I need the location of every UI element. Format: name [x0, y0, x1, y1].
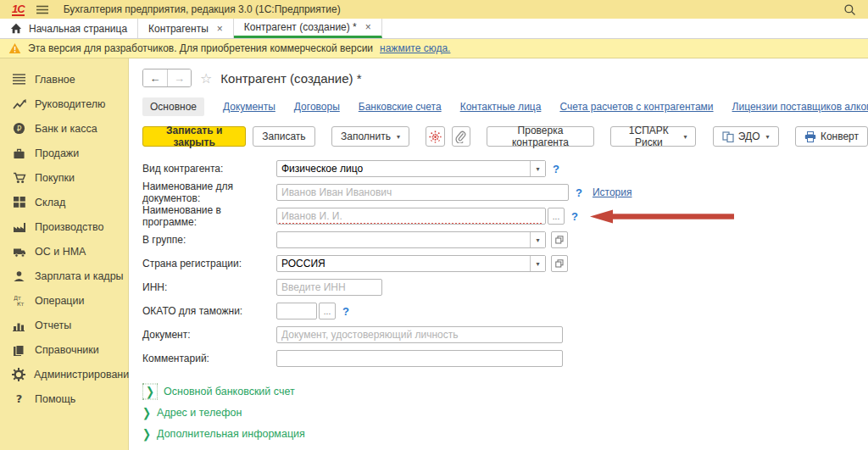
field-label: Наименование в программе:	[142, 204, 276, 228]
trend-chart-icon	[12, 97, 26, 111]
chevron-down-icon[interactable]: ▾	[530, 232, 545, 247]
nav-osnovnoe[interactable]: Основное	[142, 97, 204, 116]
nav-kontaktnye-lica[interactable]: Контактные лица	[460, 101, 542, 113]
help-icon[interactable]: ?	[553, 163, 559, 175]
open-windows-icon	[555, 259, 564, 268]
chevron-down-icon: ▾	[397, 133, 400, 141]
sidebar-item-pomosch[interactable]: ? Помощь	[0, 386, 128, 411]
tab-label: Контрагенты	[148, 23, 209, 35]
sidebar-item-bank-i-kassa[interactable]: ₽ Банк и касса	[0, 116, 128, 141]
inn-input[interactable]	[276, 279, 382, 296]
chevron-down-icon[interactable]: ▾	[530, 161, 545, 176]
question-icon: ?	[12, 392, 26, 406]
main-menu-icon[interactable]	[36, 5, 48, 14]
sidebar: Главное Руководителю ₽ Банк и касса Прод…	[0, 58, 129, 450]
help-icon[interactable]: ?	[571, 210, 578, 223]
tab-home[interactable]: Начальная страница	[0, 19, 138, 38]
ellipsis-picker-button[interactable]: ...	[548, 208, 565, 225]
briefcase-icon	[12, 147, 26, 160]
history-nav: ← →	[142, 69, 192, 87]
ellipsis-picker-button[interactable]: ...	[319, 303, 336, 319]
sidebar-item-operacii[interactable]: ДтКт Операции	[0, 288, 128, 313]
fill-dropdown-button[interactable]: Заполнить ▾	[331, 126, 409, 147]
section-label: Дополнительная информация	[157, 428, 305, 440]
envelope-print-button[interactable]: Конверт	[795, 126, 868, 147]
field-label: Документ:	[142, 329, 276, 341]
spark-riski-dropdown-button[interactable]: 1СПАРК Риски ▾	[610, 126, 696, 147]
nav-dogovory[interactable]: Договоры	[294, 101, 340, 113]
kommentarij-input[interactable]	[276, 350, 563, 367]
sidebar-item-proizvodstvo[interactable]: Производство	[0, 214, 128, 239]
sidebar-item-os-i-nma[interactable]: ОС и НМА	[0, 239, 128, 264]
dev-version-warning: Эта версия для разработчиков. Для приобр…	[0, 39, 868, 58]
sidebar-item-rukovoditelyu[interactable]: Руководителю	[0, 92, 128, 116]
field-label: Наименование для документов:	[142, 181, 276, 204]
spark-icon	[429, 131, 442, 143]
sidebar-item-administrirovanie[interactable]: Администрирование	[0, 362, 128, 386]
attachments-button[interactable]	[452, 126, 470, 147]
gear-icon	[12, 368, 25, 381]
tab-kontragenty[interactable]: Контрагенты ×	[138, 19, 234, 38]
open-reference-button[interactable]	[551, 255, 568, 272]
person-icon	[12, 269, 26, 283]
okato-input[interactable]	[276, 303, 317, 319]
sidebar-item-label: Руководителю	[35, 98, 105, 110]
help-icon[interactable]: ?	[342, 305, 349, 318]
factory-icon	[12, 220, 26, 234]
buy-commercial-link[interactable]: нажмите сюда.	[380, 42, 450, 54]
close-icon[interactable]: ×	[365, 21, 371, 33]
sidebar-item-spravochniki[interactable]: Справочники	[0, 337, 128, 362]
edo-dropdown-button[interactable]: ЭДО ▾	[713, 126, 779, 147]
chevron-down-icon[interactable]: ▾	[530, 256, 545, 271]
sidebar-item-label: Справочники	[35, 344, 99, 356]
section-adres-i-telefon[interactable]: ❯ Адрес и телефон	[142, 402, 868, 423]
tab-label: Начальная страница	[29, 23, 127, 35]
1c-logo: 1С	[12, 3, 25, 16]
open-reference-button[interactable]	[551, 231, 568, 248]
tab-kontragent-sozdanie[interactable]: Контрагент (создание) * ×	[234, 19, 382, 38]
svg-text:₽: ₽	[17, 125, 22, 133]
sidebar-item-glavnoe[interactable]: Главное	[0, 67, 128, 92]
section-osnovnoj-bankovskij-schet[interactable]: ❯ Основной банковский счет	[142, 381, 868, 402]
naimenovanie-dlya-dokumentov-input[interactable]	[276, 184, 569, 201]
bar-chart-icon	[12, 319, 26, 332]
v-gruppe-input[interactable]	[277, 232, 530, 247]
naimenovanie-v-programme-input[interactable]	[276, 208, 546, 225]
nav-bankovskie-scheta[interactable]: Банковские счета	[359, 101, 442, 113]
section-dopolnitelnaya-informaciya[interactable]: ❯ Дополнительная информация	[142, 423, 868, 444]
check-kontragent-button[interactable]: Проверка контрагента	[487, 126, 594, 147]
forward-button[interactable]: →	[167, 69, 191, 86]
fill-label: Заполнить	[341, 131, 391, 142]
strana-registracii-input[interactable]	[277, 256, 530, 271]
vid-kontragenta-input[interactable]	[277, 161, 530, 176]
sidebar-item-label: Банк и касса	[35, 123, 97, 135]
sidebar-item-label: Главное	[35, 74, 75, 86]
favorite-star-icon[interactable]: ☆	[200, 70, 212, 86]
section-label: Основной банковский счет	[164, 386, 295, 397]
sidebar-item-prodazhi[interactable]: Продажи	[0, 141, 128, 165]
dokument-input[interactable]	[276, 326, 563, 343]
search-icon[interactable]	[843, 3, 856, 16]
close-icon[interactable]: ×	[217, 23, 223, 35]
save-and-close-button[interactable]: Записать и закрыть	[142, 126, 246, 147]
history-link[interactable]: История	[593, 186, 632, 198]
sidebar-item-zarplata-i-kadry[interactable]: Зарплата и кадры	[0, 264, 128, 288]
field-label: Комментарий:	[142, 353, 276, 364]
truck-icon	[12, 245, 26, 258]
page-title: Контрагент (создание) *	[220, 71, 361, 86]
help-icon[interactable]: ?	[576, 186, 582, 199]
tab-bar: Начальная страница Контрагенты × Контраг…	[0, 19, 868, 39]
nav-licenzii-postavschikov[interactable]: Лицензии поставщиков алкогольной продукц…	[732, 101, 868, 113]
sidebar-item-pokupki[interactable]: Покупки	[0, 165, 128, 190]
back-button[interactable]: ←	[143, 69, 167, 86]
sidebar-item-sklad[interactable]: Склад	[0, 190, 128, 214]
sidebar-item-label: Покупки	[35, 172, 75, 184]
collapsible-sections: ❯ Основной банковский счет ❯ Адрес и тел…	[142, 381, 868, 444]
save-button[interactable]: Записать	[253, 126, 314, 147]
warning-icon	[8, 42, 21, 54]
cart-icon	[12, 171, 26, 185]
nav-scheta-raschetov[interactable]: Счета расчетов с контрагентами	[559, 101, 713, 113]
sidebar-item-otchety[interactable]: Отчеты	[0, 313, 128, 337]
spark-check-button[interactable]	[426, 126, 444, 147]
nav-dokumenty[interactable]: Документы	[223, 101, 275, 113]
